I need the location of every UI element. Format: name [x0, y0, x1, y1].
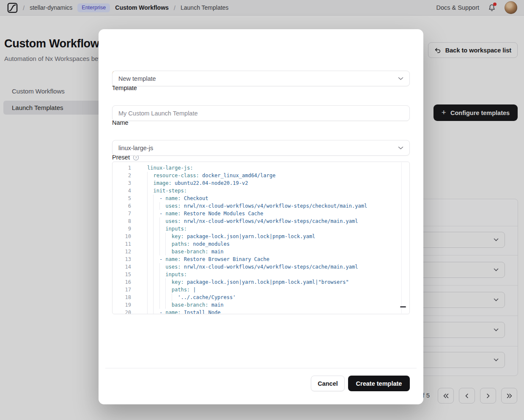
line-number: 12 — [112, 248, 131, 255]
code-line: 9 inputs: — [112, 225, 409, 233]
code-line: 1linux-large-js: — [112, 164, 409, 172]
line-number: 10 — [112, 233, 131, 240]
line-number: 7 — [112, 210, 131, 217]
yaml-code-editor[interactable]: 1linux-large-js:2 resource-class: docker… — [112, 162, 410, 314]
line-number: 5 — [112, 195, 131, 202]
code-line: 13 - name: Restore Browser Binary Cache — [112, 255, 409, 263]
line-number: 9 — [112, 225, 131, 233]
line-number: 16 — [112, 278, 131, 286]
line-number: 3 — [112, 179, 131, 187]
name-input[interactable] — [112, 105, 410, 121]
code-line: 4 init-steps: — [112, 187, 409, 195]
code-line: 17 paths: | — [112, 286, 409, 294]
code-line: 6 uses: nrwl/nx-cloud-workflows/v4/workf… — [112, 202, 409, 210]
code-line: 14 uses: nrwl/nx-cloud-workflows/v4/work… — [112, 263, 409, 271]
cancel-button[interactable]: Cancel — [311, 376, 345, 391]
line-number: 2 — [112, 172, 131, 179]
line-number: 11 — [112, 240, 131, 248]
line-number: 14 — [112, 263, 131, 271]
footer-divider — [105, 368, 417, 368]
code-line: 18 '../.cache/Cypress' — [112, 294, 409, 301]
editor-scrollbar-thumb[interactable] — [400, 306, 406, 307]
preset-select[interactable]: linux-large-js — [112, 140, 410, 156]
line-number: 15 — [112, 271, 131, 278]
line-number: 4 — [112, 187, 131, 195]
code-line: 16 key: package-lock.json|yarn.lock|pnpm… — [112, 278, 409, 286]
code-line: 10 key: package-lock.json|yarn.lock|pnpm… — [112, 233, 409, 240]
line-number: 18 — [112, 294, 131, 301]
line-number: 20 — [112, 309, 131, 314]
code-line: 5 - name: Checkout — [112, 195, 409, 202]
preset-select-value: linux-large-js — [118, 145, 153, 151]
line-number: 19 — [112, 301, 131, 309]
template-select[interactable]: New template — [112, 71, 410, 86]
editor-scrollbar-track — [401, 162, 402, 313]
template-select-value: New template — [118, 75, 156, 82]
line-number: 8 — [112, 217, 131, 225]
code-line: 12 base-branch: main — [112, 248, 409, 255]
code-line: 8 uses: nrwl/nx-cloud-workflows/v4/workf… — [112, 217, 409, 225]
chevron-down-icon — [398, 146, 403, 150]
line-number: 13 — [112, 255, 131, 263]
line-number: 17 — [112, 286, 131, 294]
code-line: 20 - name: Install Node — [112, 309, 409, 314]
code-line: 11 paths: node_modules — [112, 240, 409, 248]
configure-launch-template-modal: Configure launch template Template New t… — [99, 29, 423, 404]
chevron-down-icon — [398, 77, 403, 80]
svg-text:?: ? — [135, 156, 137, 159]
code-line: 3 image: ubuntu22.04-node20.19-v2 — [112, 179, 409, 187]
code-line: 19 base-branch: main — [112, 301, 409, 309]
line-number: 1 — [112, 164, 131, 172]
code-line: 7 - name: Restore Node Modules Cache — [112, 210, 409, 217]
create-template-button[interactable]: Create template — [348, 376, 410, 391]
code-line: 15 inputs: — [112, 271, 409, 278]
line-number: 6 — [112, 202, 131, 210]
code-line: 2 resource-class: docker_linux_amd64/lar… — [112, 172, 409, 179]
